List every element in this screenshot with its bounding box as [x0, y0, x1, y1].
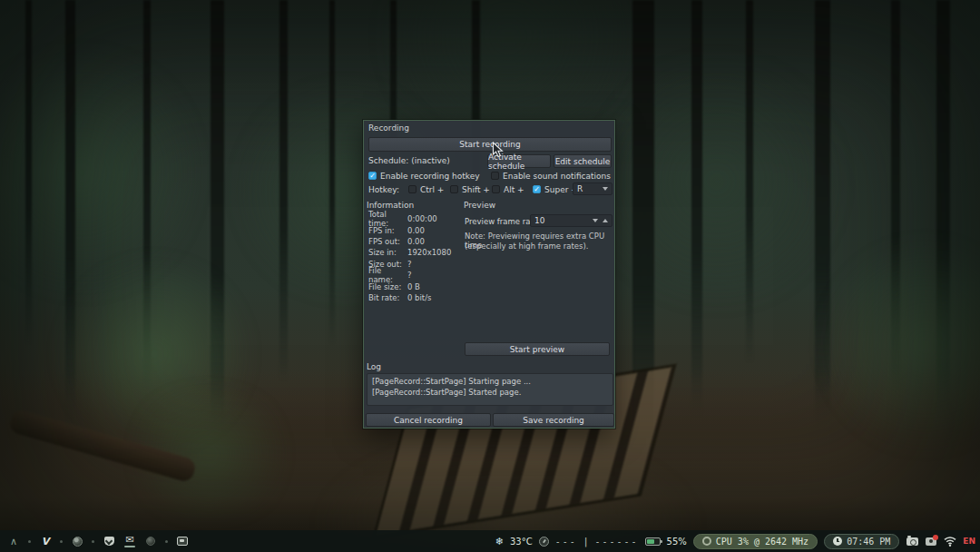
snowflake-icon: ❄ — [495, 536, 504, 547]
hotkey-key-value: R — [577, 184, 583, 193]
checkbox-unchecked-icon[interactable] — [491, 172, 499, 180]
log-line: [PageRecord::StartPage] Started page. — [372, 388, 608, 399]
info-value: 0:00:00 — [407, 214, 437, 223]
hotkey-shift-label: Shift + — [462, 185, 490, 194]
enable-recording-hotkey-label: Enable recording hotkey — [380, 172, 480, 181]
hotkey-shift-checkbox[interactable]: Shift + — [450, 184, 490, 194]
info-row-file-size: File size:0 B — [368, 281, 451, 291]
info-value: ? — [407, 271, 412, 280]
information-group-title: Information — [367, 201, 414, 210]
notification-camera-icon[interactable] — [925, 535, 937, 547]
info-value: 1920x1080 — [407, 248, 451, 257]
taskbar-app-icons: ∧ V ✉ — [0, 535, 189, 547]
preview-frame-rate-spinbox[interactable]: 10 — [530, 214, 612, 227]
info-value: 0 bit/s — [407, 293, 432, 302]
checkbox-checked-icon[interactable] — [533, 185, 541, 193]
info-label: Size in: — [368, 248, 407, 257]
active-window-indicator — [124, 546, 135, 547]
recording-group-title: Recording — [368, 123, 409, 133]
hotkey-super-checkbox[interactable]: Super + — [533, 184, 578, 194]
gear-icon — [702, 537, 711, 546]
spin-down-icon[interactable] — [593, 219, 598, 222]
app-launcher-icon[interactable]: ∧ — [7, 535, 20, 547]
info-value: ? — [407, 260, 412, 269]
chevron-down-icon[interactable] — [603, 187, 608, 191]
checkbox-unchecked-icon[interactable] — [408, 185, 416, 193]
screenshot-camera-icon[interactable] — [906, 535, 918, 547]
info-value: 0.00 — [407, 237, 425, 246]
schedule-status-label: Schedule: (inactive) — [368, 156, 450, 165]
mail-icon[interactable]: ✉ — [123, 535, 136, 547]
hotkey-alt-checkbox[interactable]: Alt + — [492, 184, 524, 194]
temperature-readout[interactable]: 33°C — [510, 537, 533, 547]
log-group-title: Log — [367, 362, 381, 371]
info-row-total-time: Total time:0:00:00 — [368, 213, 451, 224]
log-line: [PageRecord::StartPage] Starting page ..… — [372, 377, 608, 388]
clock-icon — [833, 537, 842, 546]
battery-icon[interactable] — [645, 537, 661, 546]
keyboard-layout-indicator[interactable]: EN — [963, 537, 975, 546]
sphere-app-icon[interactable] — [144, 535, 157, 547]
net-download-dashes[interactable]: --- — [555, 537, 577, 547]
cpu-status-pill[interactable]: CPU 3% @ 2642 MHz — [693, 534, 818, 549]
spin-up-icon[interactable] — [603, 219, 608, 222]
hotkey-label: Hotkey: — [368, 185, 399, 194]
checkbox-unchecked-icon[interactable] — [450, 185, 458, 193]
hotkey-alt-label: Alt + — [504, 185, 524, 194]
info-row-bit-rate: Bit rate:0 bit/s — [368, 292, 451, 303]
checkbox-unchecked-icon[interactable] — [492, 185, 500, 193]
envelope-icon: ✉ — [125, 535, 133, 545]
info-label: Bit rate: — [368, 293, 407, 302]
pocket-icon[interactable] — [103, 535, 115, 547]
info-label: File size: — [368, 282, 407, 291]
information-list: Total time:0:00:00 FPS in:0.00 FPS out:0… — [368, 213, 451, 303]
info-value: 0.00 — [407, 226, 425, 235]
separator-dot-icon — [92, 540, 94, 543]
desktop: Recording Start recording Schedule: (ina… — [0, 0, 980, 552]
browser-icon[interactable] — [71, 535, 83, 547]
net-upload-dashes[interactable]: ------ — [594, 537, 638, 547]
edit-schedule-button[interactable]: Edit schedule — [554, 154, 612, 168]
info-row-fps-in: FPS in:0.00 — [368, 224, 451, 235]
vivaldi-browser-icon[interactable]: V — [39, 535, 52, 547]
log-textarea[interactable]: [PageRecord::StartPage] Starting page ..… — [367, 373, 613, 406]
window-capture-icon[interactable] — [176, 535, 189, 547]
cancel-recording-button[interactable]: Cancel recording — [366, 413, 491, 427]
save-recording-button[interactable]: Save recording — [493, 413, 614, 427]
checkbox-checked-icon[interactable] — [368, 172, 377, 180]
info-label: FPS in: — [368, 226, 407, 235]
start-preview-button[interactable]: Start preview — [465, 342, 610, 356]
enable-sound-notifications-checkbox[interactable]: Enable sound notifications — [491, 171, 611, 181]
taskbar: ∧ V ✉ ❄ 33°C --- | ------ 55% — [0, 530, 980, 552]
enable-recording-hotkey-checkbox[interactable]: Enable recording hotkey — [368, 171, 480, 181]
enable-sound-notifications-label: Enable sound notifications — [503, 172, 611, 181]
hotkey-ctrl-checkbox[interactable]: Ctrl + — [408, 184, 444, 194]
mouse-cursor — [492, 142, 505, 158]
separator-dot-icon — [60, 540, 63, 543]
net-separator: | — [584, 536, 588, 547]
info-value: 0 B — [407, 282, 420, 291]
info-row-size-in: Size in:1920x1080 — [368, 247, 451, 258]
battery-percent[interactable]: 55% — [667, 537, 687, 547]
hotkey-ctrl-label: Ctrl + — [420, 185, 444, 194]
separator-dot-icon — [165, 540, 168, 543]
info-label: FPS out: — [368, 237, 407, 246]
start-recording-button[interactable]: Start recording — [368, 137, 612, 152]
info-row-file-name: File name:? — [368, 270, 451, 281]
clock-pill[interactable]: 07:46 PM — [824, 534, 899, 549]
separator-dot-icon — [28, 540, 31, 543]
preview-frame-rate-value: 10 — [534, 216, 544, 225]
taskbar-status-area: ❄ 33°C --- | ------ 55% CPU 3% @ 2642 MH… — [495, 534, 980, 549]
hotkey-key-combobox[interactable]: R — [573, 182, 612, 195]
preview-note-line2: (especially at high frame rates). — [465, 242, 588, 251]
net-speed-gauge-icon[interactable] — [539, 537, 549, 547]
wifi-icon[interactable] — [944, 535, 956, 547]
preview-group-title: Preview — [464, 201, 495, 210]
info-row-fps-out: FPS out:0.00 — [368, 236, 451, 247]
clock-text: 07:46 PM — [847, 537, 890, 547]
recording-dialog: Recording Start recording Schedule: (ina… — [363, 120, 615, 429]
cpu-status-text: CPU 3% @ 2642 MHz — [716, 537, 808, 547]
